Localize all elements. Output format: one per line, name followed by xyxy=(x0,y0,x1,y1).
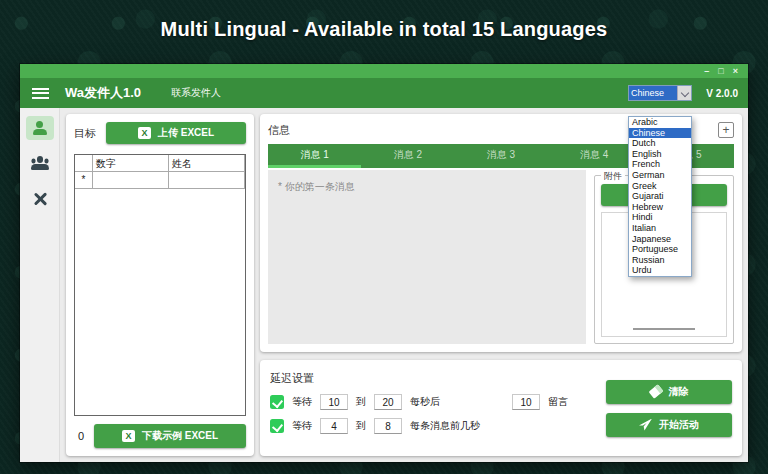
tab-message-1[interactable]: 消息 1 xyxy=(268,144,361,168)
message-panel-title: 信息 xyxy=(268,123,290,138)
delay-settings-actions: 清除 开始活动 xyxy=(606,368,732,448)
person-icon xyxy=(32,121,48,135)
delay-settings-left: 延迟设置 等待 到 每秒后 留言 xyxy=(270,368,596,448)
page-title: Multi Lingual - Available in total 15 La… xyxy=(0,18,768,41)
delay-suffix-label: 每秒后 xyxy=(410,395,440,409)
delay2-to-input[interactable] xyxy=(374,418,402,434)
message-count-input[interactable] xyxy=(512,394,540,410)
group-icon xyxy=(29,156,51,170)
attachments-label: 附件 xyxy=(601,170,625,183)
name-cell[interactable] xyxy=(169,172,245,189)
delay-from-input[interactable] xyxy=(320,394,348,410)
sidebar-item-contacts[interactable] xyxy=(26,116,54,140)
eraser-icon xyxy=(648,384,663,399)
sidebar xyxy=(20,108,60,462)
sidebar-item-groups[interactable] xyxy=(29,156,51,174)
language-dropdown-list: Arabic Chinese Dutch English French Germ… xyxy=(628,116,692,277)
checkbox-checked[interactable] xyxy=(270,395,284,409)
start-campaign-button[interactable]: 开始活动 xyxy=(606,413,732,437)
app-header: Wa发件人1.0 联系发件人 Chinese V 2.0.0 Arabic Ch… xyxy=(20,78,748,108)
column-header-name: 姓名 xyxy=(169,155,245,172)
checkbox-checked[interactable] xyxy=(270,419,284,433)
language-option[interactable]: Gujarati xyxy=(629,191,691,202)
language-option[interactable]: Greek xyxy=(629,181,691,192)
app-title: Wa发件人1.0 xyxy=(65,84,141,102)
excel-icon: X xyxy=(122,430,135,442)
tools-icon xyxy=(31,190,49,208)
delay-row-2: 等待 到 每条消息前几秒 xyxy=(270,418,596,434)
table-row[interactable]: * xyxy=(75,172,245,189)
to-label: 到 xyxy=(356,419,366,433)
delay-to-input[interactable] xyxy=(374,394,402,410)
upload-excel-button[interactable]: X 上传 EXCEL xyxy=(106,122,246,144)
row-selector-header xyxy=(75,155,93,172)
delay2-from-input[interactable] xyxy=(320,418,348,434)
language-option[interactable]: Hebrew xyxy=(629,202,691,213)
download-sample-excel-button[interactable]: X 下载示例 EXCEL xyxy=(94,424,246,448)
add-message-tab-button[interactable]: + xyxy=(718,122,734,138)
language-option[interactable]: Italian xyxy=(629,223,691,234)
delay2-suffix-label: 每条消息前几秒 xyxy=(410,419,480,433)
delay-settings-panel: 延迟设置 等待 到 每秒后 留言 xyxy=(260,360,742,456)
language-option-selected[interactable]: Chinese xyxy=(629,128,691,139)
language-select[interactable]: Chinese xyxy=(628,85,692,101)
tab-message-3[interactable]: 消息 3 xyxy=(454,144,547,168)
language-option[interactable]: English xyxy=(629,149,691,160)
language-option[interactable]: Dutch xyxy=(629,138,691,149)
language-option[interactable]: French xyxy=(629,159,691,170)
language-option[interactable]: Urdu xyxy=(629,265,691,276)
message-text-input[interactable] xyxy=(268,170,586,344)
to-label: 到 xyxy=(356,395,366,409)
targets-footer: 0 X 下载示例 EXCEL xyxy=(74,424,246,448)
targets-header: 目标 X 上传 EXCEL xyxy=(74,122,246,144)
close-button[interactable]: × xyxy=(733,67,738,76)
download-sample-excel-label: 下载示例 EXCEL xyxy=(142,429,218,443)
message-count-label: 留言 xyxy=(548,395,568,409)
language-option[interactable]: Hindi xyxy=(629,212,691,223)
language-option[interactable]: Portuguese xyxy=(629,244,691,255)
wait-label: 等待 xyxy=(292,419,312,433)
number-cell[interactable] xyxy=(93,172,169,189)
new-row-marker: * xyxy=(75,172,93,189)
delay-settings-title: 延迟设置 xyxy=(270,372,314,384)
menu-icon[interactable] xyxy=(32,88,49,99)
language-option[interactable]: Japanese xyxy=(629,234,691,245)
wait-label: 等待 xyxy=(292,395,312,409)
language-option[interactable]: Russian xyxy=(629,255,691,266)
clear-label: 清除 xyxy=(669,385,689,399)
contacts-table[interactable]: 数字 姓名 * xyxy=(74,154,246,416)
start-label: 开始活动 xyxy=(659,418,699,432)
tab-message-2[interactable]: 消息 2 xyxy=(361,144,454,168)
maximize-button[interactable]: □ xyxy=(718,67,723,76)
window-titlebar: – □ × xyxy=(20,64,748,78)
horizontal-scrollbar[interactable] xyxy=(633,328,695,330)
contacts-count: 0 xyxy=(74,430,84,442)
chevron-down-icon[interactable] xyxy=(677,86,691,100)
app-subtitle: 联系发件人 xyxy=(171,86,221,100)
table-header-row: 数字 姓名 xyxy=(75,155,245,172)
excel-icon: X xyxy=(138,127,151,139)
targets-title: 目标 xyxy=(74,126,96,141)
sidebar-item-tools[interactable] xyxy=(31,190,49,212)
app-window: – □ × Wa发件人1.0 联系发件人 Chinese V 2.0.0 Ara… xyxy=(20,64,748,462)
version-label: V 2.0.0 xyxy=(706,88,738,99)
column-header-number: 数字 xyxy=(93,155,169,172)
language-option[interactable]: German xyxy=(629,170,691,181)
language-option[interactable]: Arabic xyxy=(629,117,691,128)
language-select-value: Chinese xyxy=(629,86,677,100)
clear-button[interactable]: 清除 xyxy=(606,380,732,404)
tab-message-4[interactable]: 消息 4 xyxy=(548,144,641,168)
delay-row-1: 等待 到 每秒后 留言 xyxy=(270,394,596,410)
upload-excel-label: 上传 EXCEL xyxy=(158,126,214,140)
targets-panel: 目标 X 上传 EXCEL 数字 姓名 * xyxy=(66,114,254,456)
send-icon xyxy=(639,419,652,431)
minimize-button[interactable]: – xyxy=(704,67,709,76)
